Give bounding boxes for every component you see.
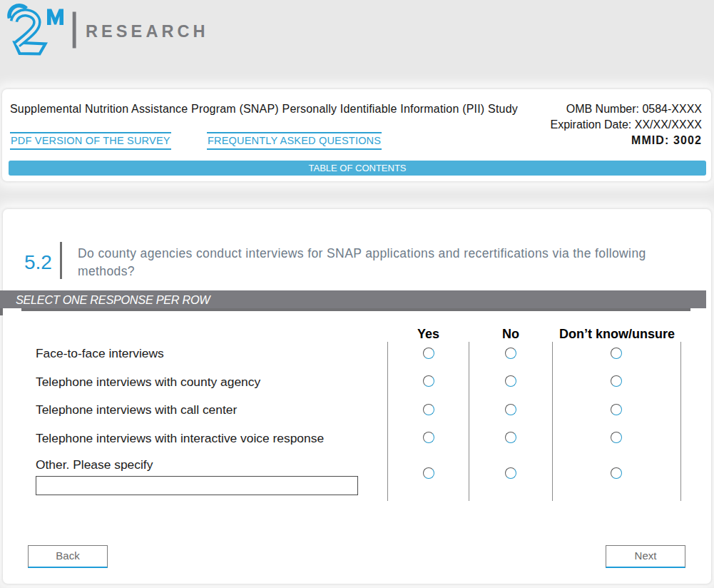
svg-text:RESEARCH: RESEARCH [86, 22, 209, 41]
